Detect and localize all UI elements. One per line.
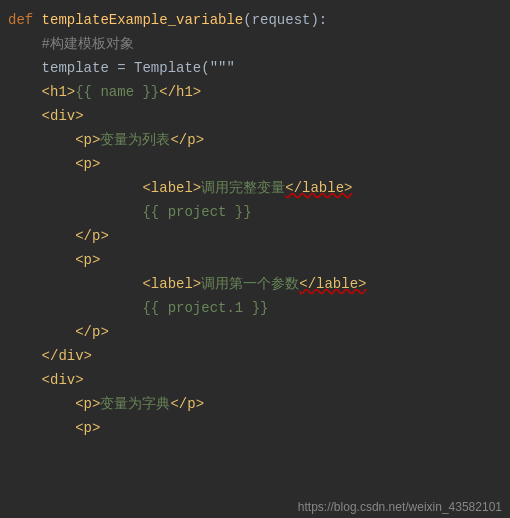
code-line: </p>: [0, 320, 510, 344]
code-line: <p>变量为列表</p>: [0, 128, 510, 152]
code-line: template = Template(""": [0, 56, 510, 80]
code-line: #构建模板对象: [0, 32, 510, 56]
code-editor: def templateExample_variable(request): #…: [0, 0, 510, 518]
code-line: </div>: [0, 344, 510, 368]
code-line: <h1>{{ name }}</h1>: [0, 80, 510, 104]
code-line: <label>调用第一个参数</lable>: [0, 272, 510, 296]
code-line: {{ project }}: [0, 200, 510, 224]
code-line: <p>: [0, 152, 510, 176]
watermark: https://blog.csdn.net/weixin_43582101: [298, 500, 502, 514]
code-line: <p>变量为字典</p>: [0, 392, 510, 416]
code-line: <p>: [0, 248, 510, 272]
code-line: <label>调用完整变量</lable>: [0, 176, 510, 200]
code-line: {{ project.1 }}: [0, 296, 510, 320]
code-line: <div>: [0, 368, 510, 392]
code-line: <div>: [0, 104, 510, 128]
code-line: <p>: [0, 416, 510, 440]
code-line: def templateExample_variable(request):: [0, 8, 510, 32]
code-line: </p>: [0, 224, 510, 248]
